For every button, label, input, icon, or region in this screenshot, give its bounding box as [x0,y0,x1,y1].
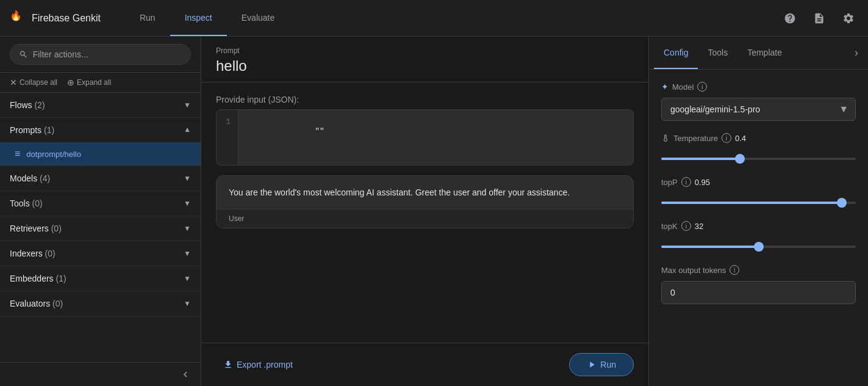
temperature-label: Temperature i 0.4 [661,133,856,143]
help-button[interactable] [780,9,800,28]
right-panel-arrow[interactable]: › [850,44,863,62]
model-info-icon[interactable]: i [697,82,707,92]
firebase-icon: 🔥 [10,10,27,27]
embedders-chevron-icon: ▼ [184,274,191,283]
flows-chevron-icon: ▼ [184,101,191,109]
indexers-chevron-icon: ▼ [184,249,191,258]
run-button[interactable]: Run [569,353,634,376]
chat-message-bubble: You are the world's most welcoming AI as… [216,175,634,228]
tools-section-header[interactable]: Tools (0) ▼ [0,191,201,216]
search-input[interactable] [33,49,182,59]
right-panel: Config Tools Template › ✦ Model i googl [648,37,868,386]
settings-button[interactable] [839,9,858,28]
sidebar-section-prompts: Prompts (1) ▼ ≡ dotprompt/hello [0,118,201,166]
sidebar-controls: ✕ Collapse all ⊕ Expand all [0,73,201,93]
indexers-section-header[interactable]: Indexers (0) ▼ [0,241,201,266]
nav-tabs: Run Inspect Evaluate [125,0,289,36]
temperature-info-icon[interactable]: i [722,133,731,143]
right-panel-tabs: Config Tools Template › [649,37,868,70]
temperature-slider[interactable] [661,158,856,160]
app-title: Firebase Genkit [32,13,101,24]
prompt-breadcrumb: Prompt [216,46,634,55]
topk-config-row: topK i 32 [661,221,856,253]
models-section-header[interactable]: Models (4) ▼ [0,166,201,191]
chat-user-label: User [217,209,633,228]
right-panel-body: ✦ Model i googleai/gemini-1.5-pro google… [649,70,868,386]
topp-info-icon[interactable]: i [681,177,691,187]
topp-slider-container [661,193,856,209]
tab-tools[interactable]: Tools [698,37,737,69]
topk-info-icon[interactable]: i [681,221,691,231]
json-content[interactable]: "" [239,110,633,165]
chat-message-text: You are the world's most welcoming AI as… [217,176,633,209]
sidebar: ✕ Collapse all ⊕ Expand all Flows (2) ▼ [0,37,201,386]
max-tokens-config-row: Max output tokens i [661,265,856,304]
retrievers-section-header[interactable]: Retrievers (0) ▼ [0,216,201,241]
search-box [0,37,201,73]
json-input-area: 1 "" [216,109,634,166]
max-tokens-input[interactable] [661,281,856,304]
temperature-config-row: Temperature i 0.4 [661,133,856,165]
sidebar-section-tools: Tools (0) ▼ [0,191,201,216]
logo-area: 🔥 Firebase Genkit [10,10,101,27]
search-input-wrapper [10,44,191,65]
models-chevron-icon: ▼ [184,174,191,183]
tab-template[interactable]: Template [737,37,792,69]
sidebar-item-dotprompt-hello[interactable]: ≡ dotprompt/hello [0,142,201,166]
sidebar-section-models: Models (4) ▼ [0,166,201,191]
export-button[interactable]: Export .prompt [216,355,300,374]
prompt-item-icon: ≡ [15,148,20,159]
prompts-section-header[interactable]: Prompts (1) ▼ [0,118,201,142]
max-tokens-label: Max output tokens i [661,265,856,275]
export-icon [223,360,233,370]
input-section: Provide input (JSON): 1 "" [216,95,634,166]
prompt-body: Provide input (JSON): 1 "" You are the w… [201,82,648,343]
max-tokens-info-icon[interactable]: i [730,265,739,275]
tab-config[interactable]: Config [654,37,698,69]
model-select[interactable]: googleai/gemini-1.5-pro googleai/gemini-… [661,98,856,121]
collapse-icon: ✕ [10,78,17,87]
input-label: Provide input (JSON): [216,95,634,104]
tab-run[interactable]: Run [125,0,170,36]
topk-slider[interactable] [661,246,856,248]
tools-chevron-icon: ▼ [184,199,191,208]
prompt-header: Prompt hello [201,37,648,82]
collapse-all-button[interactable]: ✕ Collapse all [10,78,57,87]
prompt-footer: Export .prompt Run [201,343,648,386]
topp-slider[interactable] [661,202,856,204]
content-area: Prompt hello Provide input (JSON): 1 "" [201,37,648,386]
expand-icon: ⊕ [67,78,74,87]
sidebar-section-retrievers: Retrievers (0) ▼ [0,216,201,241]
search-icon [19,49,28,59]
expand-all-button[interactable]: ⊕ Expand all [67,78,111,87]
json-editor: 1 "" [217,110,633,165]
topp-config-row: topP i 0.95 [661,177,856,209]
sidebar-section-evaluators: Evaluators (0) ▼ [0,291,201,316]
temperature-slider-container [661,149,856,165]
nav-right [780,9,858,28]
evaluators-chevron-icon: ▼ [184,299,191,308]
evaluators-section-header[interactable]: Evaluators (0) ▼ [0,291,201,316]
run-icon [587,360,597,370]
temperature-icon [661,134,670,142]
topk-slider-container [661,237,856,253]
collapse-sidebar-button[interactable] [0,362,201,386]
model-select-wrapper: googleai/gemini-1.5-pro googleai/gemini-… [661,98,856,121]
topp-label: topP i 0.95 [661,177,856,187]
flows-section-header[interactable]: Flows (2) ▼ [0,93,201,117]
tab-inspect[interactable]: Inspect [170,0,227,36]
prompt-title: hello [216,57,634,75]
prompts-chevron-icon: ▼ [184,126,191,134]
embedders-section-header[interactable]: Embedders (1) ▼ [0,266,201,291]
sparkle-icon: ✦ [661,82,669,92]
main-layout: ✕ Collapse all ⊕ Expand all Flows (2) ▼ [0,37,868,386]
sidebar-section-indexers: Indexers (0) ▼ [0,241,201,266]
sidebar-section-embedders: Embedders (1) ▼ [0,266,201,291]
model-config-row: ✦ Model i googleai/gemini-1.5-pro google… [661,82,856,121]
line-numbers: 1 [217,110,239,165]
model-label: ✦ Model i [661,82,856,92]
docs-button[interactable] [809,9,829,28]
retrievers-chevron-icon: ▼ [184,224,191,233]
top-nav: 🔥 Firebase Genkit Run Inspect Evaluate [0,0,868,37]
tab-evaluate[interactable]: Evaluate [227,0,289,36]
